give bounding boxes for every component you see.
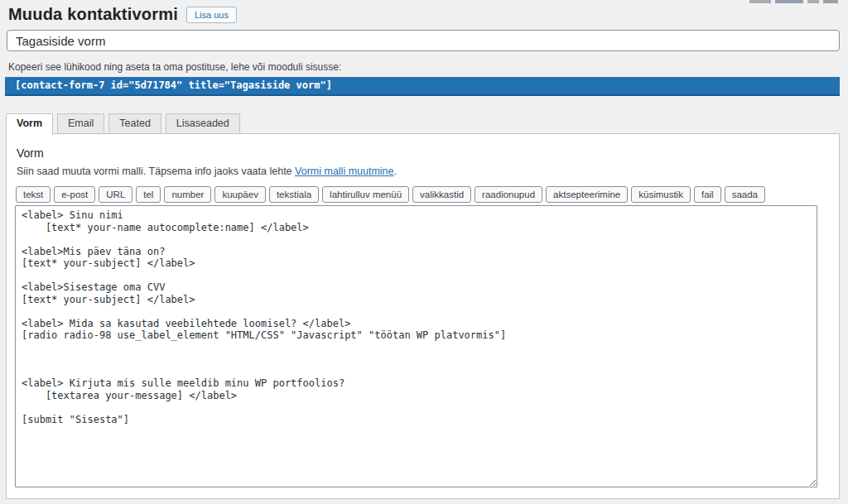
tag-button-url[interactable]: URL bbox=[99, 186, 132, 203]
shortcode-instruction: Kopeeri see lühikood ning aseta ta oma p… bbox=[8, 61, 840, 73]
clipped-text-fragment bbox=[775, 0, 803, 3]
page-header: Muuda kontaktivormi Lisa uus bbox=[8, 5, 840, 24]
clipped-text-fragment bbox=[807, 0, 819, 3]
tag-button-tel[interactable]: tel bbox=[136, 186, 161, 203]
tag-button-date[interactable]: kuupäev bbox=[214, 186, 265, 203]
tag-button-submit[interactable]: saada bbox=[725, 186, 765, 203]
tag-button-number[interactable]: number bbox=[164, 186, 211, 203]
add-new-button[interactable]: Lisa uus bbox=[186, 7, 237, 23]
tag-button-acceptance[interactable]: aktsepteerimine bbox=[546, 186, 628, 203]
clipped-text-fragment bbox=[823, 0, 838, 3]
tag-button-text[interactable]: tekst bbox=[16, 186, 51, 203]
tab-email[interactable]: Email bbox=[57, 113, 104, 134]
form-template-editing-link[interactable]: Vormi malli muutmine bbox=[295, 166, 393, 177]
form-template-editor[interactable]: <label> Sinu nimi [text* your-name autoc… bbox=[15, 205, 817, 487]
tag-button-radio-buttons[interactable]: raadionupud bbox=[475, 186, 542, 203]
panel-description: Siin saad muuta vormi malli. Täpsema inf… bbox=[15, 166, 831, 177]
tag-button-file[interactable]: fail bbox=[694, 186, 721, 203]
tab-vorm[interactable]: Vorm bbox=[6, 113, 53, 135]
panel-heading: Vorm bbox=[15, 146, 831, 160]
panel-description-suffix: . bbox=[394, 166, 397, 177]
panel-description-text: Siin saad muuta vormi malli. Täpsema inf… bbox=[17, 166, 295, 177]
tag-button-email[interactable]: e-post bbox=[54, 186, 95, 203]
tab-lisaseaded[interactable]: Lisaseaded bbox=[166, 113, 240, 134]
page-title: Muuda kontaktivormi bbox=[8, 5, 178, 24]
tag-button-checkboxes[interactable]: valikkastid bbox=[412, 186, 471, 203]
clipped-topbar-text bbox=[749, 0, 838, 3]
clipped-text-fragment bbox=[749, 0, 771, 3]
editor-tabs: Vorm Email Teated Lisaseaded bbox=[6, 113, 840, 134]
tag-button-textarea[interactable]: tekstiala bbox=[269, 186, 319, 203]
tag-button-quiz[interactable]: küsimustik bbox=[631, 186, 691, 203]
tag-generator-buttons: tekst e-post URL tel number kuupäev teks… bbox=[15, 186, 831, 203]
form-panel: Vorm Siin saad muuta vormi malli. Täpsem… bbox=[6, 133, 840, 499]
form-title-input[interactable] bbox=[7, 30, 840, 51]
tag-button-dropdown-menu[interactable]: lahtirulluv menüü bbox=[322, 186, 409, 203]
tab-teated[interactable]: Teated bbox=[108, 113, 161, 134]
shortcode-box[interactable]: [contact-form-7 id="5d71784" title="Taga… bbox=[5, 77, 840, 96]
